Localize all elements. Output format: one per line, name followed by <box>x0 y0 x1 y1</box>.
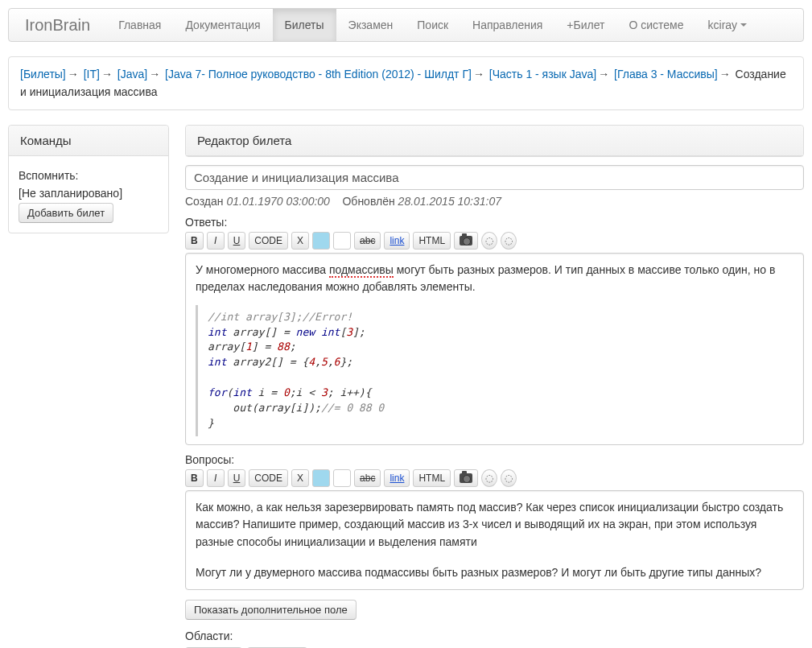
editor-title: Редактор билета <box>186 126 803 156</box>
nav-menu: Главная Документация Билеты Экзамен Поис… <box>106 9 759 41</box>
code-button-q[interactable]: CODE <box>249 469 288 487</box>
nav-item-home[interactable]: Главная <box>106 9 173 41</box>
highlight1-button-q[interactable] <box>312 469 330 487</box>
question-p2: Могут ли у двумерного массива подмассивы… <box>196 564 793 582</box>
nav-item-add-ticket[interactable]: +Билет <box>554 9 616 41</box>
nav-item-about[interactable]: О системе <box>616 9 695 41</box>
underline-button-q[interactable]: U <box>228 469 246 487</box>
strike-button-q[interactable]: abc <box>354 469 381 487</box>
questions-toolbar: B I U CODE X abc link HTML ◌ ◌ <box>185 469 804 487</box>
answers-label: Ответы: <box>185 216 804 229</box>
questions-editor[interactable]: Как можно, а как нельзя зарезервировать … <box>185 490 804 591</box>
ball1-button-q[interactable]: ◌ <box>481 469 497 487</box>
code-button[interactable]: CODE <box>249 232 288 250</box>
crumb-chapter3[interactable]: [Глава 3 - Массивы] <box>614 68 718 80</box>
camera-icon <box>460 236 472 246</box>
nav-user-name: kciray <box>708 19 738 31</box>
nav-item-tickets[interactable]: Билеты <box>273 9 336 41</box>
nav-item-directions[interactable]: Направления <box>460 9 554 41</box>
remind-label: Вспомнить: <box>19 169 159 182</box>
editor-panel: Редактор билета <box>185 125 804 157</box>
italic-button[interactable]: I <box>207 232 225 250</box>
crumb-java[interactable]: [Java] <box>117 68 147 80</box>
html-button-q[interactable]: HTML <box>413 469 451 487</box>
clear-button-q[interactable]: X <box>291 469 309 487</box>
brand[interactable]: IronBrain <box>9 16 106 35</box>
camera-icon <box>460 473 472 483</box>
link-button-q[interactable]: link <box>384 469 410 487</box>
breadcrumb: [Билеты]→ [IT]→ [Java]→ [Java 7- Полное … <box>8 56 804 110</box>
show-extra-button[interactable]: Показать дополнительное поле <box>185 600 357 620</box>
nav-item-search[interactable]: Поиск <box>405 9 460 41</box>
image-button-q[interactable] <box>454 469 478 487</box>
strike-button[interactable]: abc <box>354 232 381 250</box>
ball2-button[interactable]: ◌ <box>501 232 517 250</box>
html-button[interactable]: HTML <box>413 232 451 250</box>
sidebar-panel: Команды Вспомнить: [Не запланировано] До… <box>8 125 169 233</box>
underline-button[interactable]: U <box>228 232 246 250</box>
link-button[interactable]: link <box>384 232 410 250</box>
answers-editor[interactable]: У многомерного массива подмассивы могут … <box>185 253 804 445</box>
ball2-button-q[interactable]: ◌ <box>501 469 517 487</box>
image-button[interactable] <box>454 232 478 250</box>
ball1-button[interactable]: ◌ <box>481 232 497 250</box>
bold-button[interactable]: B <box>185 232 204 250</box>
questions-label: Вопросы: <box>185 453 804 466</box>
navbar: IronBrain Главная Документация Билеты Эк… <box>8 8 804 42</box>
crumb-book[interactable]: [Java 7- Полное руководство - 8th Editio… <box>165 68 472 80</box>
bold-button-q[interactable]: B <box>185 469 204 487</box>
highlight2-button-q[interactable] <box>333 469 351 487</box>
nav-item-docs[interactable]: Документация <box>173 9 272 41</box>
caret-down-icon <box>740 23 747 27</box>
remind-value: [Не запланировано] <box>19 187 159 200</box>
answer-code: //int array[3];//Error! int array[] = ne… <box>196 305 793 436</box>
areas-label: Области: <box>185 629 804 642</box>
meta-dates: Создан 01.01.1970 03:00:00 Обновлён 28.0… <box>185 195 804 208</box>
answer-paragraph: У многомерного массива подмассивы могут … <box>196 262 793 295</box>
crumb-tickets[interactable]: [Билеты] <box>20 68 66 80</box>
add-ticket-button[interactable]: Добавить билет <box>19 203 113 223</box>
crumb-it[interactable]: [IT] <box>84 68 100 80</box>
nav-item-exam[interactable]: Экзамен <box>336 9 406 41</box>
answers-toolbar: B I U CODE X abc link HTML ◌ ◌ <box>185 232 804 250</box>
highlight1-button[interactable] <box>312 232 330 250</box>
nav-user-dropdown[interactable]: kciray <box>696 9 760 41</box>
sidebar-title: Команды <box>9 126 168 156</box>
crumb-part1[interactable]: [Часть 1 - язык Java] <box>489 68 596 80</box>
highlight2-button[interactable] <box>333 232 351 250</box>
question-p1: Как можно, а как нельзя зарезервировать … <box>196 499 793 551</box>
ticket-name-input[interactable] <box>185 165 804 190</box>
clear-button[interactable]: X <box>291 232 309 250</box>
italic-button-q[interactable]: I <box>207 469 225 487</box>
